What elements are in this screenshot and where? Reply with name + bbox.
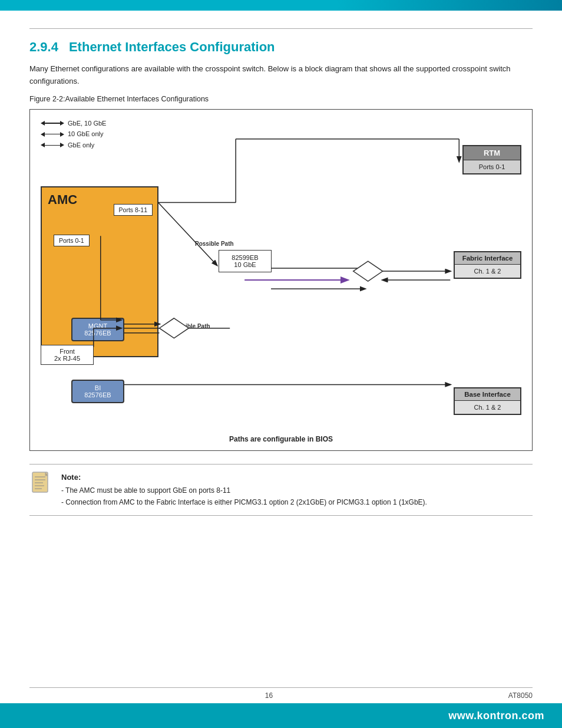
possible-path-2: Possible Path bbox=[171, 323, 210, 330]
intro-text: Many Ethernet configurations are availab… bbox=[29, 63, 533, 88]
note-title: Note: bbox=[61, 472, 427, 484]
top-bar bbox=[0, 0, 562, 11]
rtm-box: RTM Ports 0-1 bbox=[462, 145, 521, 174]
section-number: 2.9.4 bbox=[29, 39, 58, 55]
base-body: Ch. 1 & 2 bbox=[455, 401, 520, 414]
svg-line-0 bbox=[158, 202, 217, 265]
legend-item-2: 10 GbE only bbox=[41, 129, 106, 140]
note-section: Note: - The AMC must be able to support … bbox=[29, 464, 533, 516]
note-line-1: - The AMC must be able to support GbE on… bbox=[61, 485, 427, 496]
paths-configurable-label: Paths are configurable in BIOS bbox=[229, 435, 333, 443]
mgnt-line2: 82576EB bbox=[75, 330, 121, 337]
bi-line1: BI bbox=[75, 384, 121, 391]
page-footer: 16 AT8050 bbox=[29, 687, 533, 700]
website-url: www.kontron.com bbox=[448, 710, 544, 722]
legend-item-3: GbE only bbox=[41, 140, 106, 151]
ports-0-1-amc-box: Ports 0-1 bbox=[54, 235, 90, 246]
chip-line2: 10 GbE bbox=[222, 261, 269, 268]
front-rj45-box: Front 2x RJ-45 bbox=[41, 345, 94, 365]
diagram: GbE, 10 GbE 10 GbE only GbE only bbox=[29, 109, 533, 451]
possible-path-1: Possible Path bbox=[195, 241, 234, 247]
legend-label-2: 10 GbE only bbox=[68, 129, 104, 140]
front-line2: 2x RJ-45 bbox=[44, 355, 91, 362]
amc-label: AMC bbox=[48, 192, 77, 207]
bottom-bar: www.kontron.com bbox=[0, 703, 562, 728]
chip-line1: 82599EB bbox=[222, 254, 269, 261]
figure-caption: Figure 2-2:Available Ethernet Interfaces… bbox=[29, 95, 533, 103]
ports-0-1-amc-label: Ports 0-1 bbox=[59, 237, 84, 244]
mgnt-line1: MGNT bbox=[75, 322, 121, 330]
chip-82599eb-box: 82599EB 10 GbE bbox=[219, 250, 272, 272]
note-line-2: - Connection from AMC to the Fabric Inte… bbox=[61, 497, 427, 508]
legend: GbE, 10 GbE 10 GbE only GbE only bbox=[41, 118, 106, 151]
rtm-header: RTM bbox=[464, 146, 520, 160]
ports-8-11-label: Ports 8-11 bbox=[119, 206, 147, 213]
fabric-interface-box: Fabric Interface Ch. 1 & 2 bbox=[454, 251, 521, 279]
front-line1: Front bbox=[44, 348, 91, 355]
rtm-body: Ports 0-1 bbox=[464, 160, 520, 173]
ports-8-11-box: Ports 8-11 bbox=[114, 204, 153, 216]
base-header: Base Interface bbox=[455, 388, 520, 401]
legend-label-1: GbE, 10 GbE bbox=[68, 118, 106, 129]
fabric-header: Fabric Interface bbox=[455, 252, 520, 265]
bi-line2: 82576EB bbox=[75, 391, 121, 398]
section-heading: 2.9.4 Ethernet Interfaces Configuration bbox=[29, 39, 533, 55]
legend-item-1: GbE, 10 GbE bbox=[41, 118, 106, 129]
doc-name: AT8050 bbox=[508, 691, 533, 700]
section-title: Ethernet Interfaces Configuration bbox=[69, 39, 275, 55]
fabric-body: Ch. 1 & 2 bbox=[455, 265, 520, 278]
note-svg-icon bbox=[30, 471, 52, 496]
base-interface-box: Base Interface Ch. 1 & 2 bbox=[454, 387, 521, 415]
note-icon bbox=[29, 472, 53, 495]
legend-label-3: GbE only bbox=[68, 140, 94, 151]
note-content: Note: - The AMC must be able to support … bbox=[61, 472, 427, 508]
mgnt-box: MGNT 82576EB bbox=[71, 318, 124, 341]
top-rule bbox=[29, 28, 533, 29]
svg-marker-10 bbox=[353, 261, 383, 281]
page-number: 16 bbox=[29, 691, 508, 700]
bi-box: BI 82576EB bbox=[71, 380, 124, 403]
